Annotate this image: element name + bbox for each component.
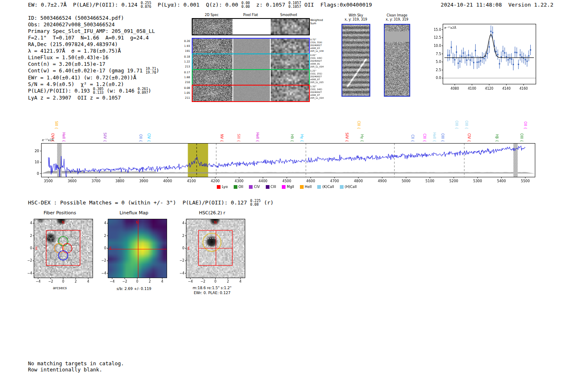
hsc-cutout-canvas [176, 217, 248, 285]
annotation-line: Sum [310, 22, 330, 25]
spec2d-row-canvas [192, 85, 310, 102]
legend-label: (K)CaII [322, 185, 334, 189]
legend-label: (H)CaII [345, 185, 357, 189]
info-line: Primary Spec_Slot_IFU_AMP: 205_091_058_L… [28, 28, 159, 35]
legend-item: CIV [249, 185, 260, 189]
info-line: F=2.1" T=0.107 N=1.66 A=0.91 g=24.4 [28, 35, 159, 41]
stacked-value: 0.2550.076 [141, 1, 151, 8]
text-segment: Obs: 20240627v008_5003466524 [28, 21, 115, 28]
legend-item: OII [234, 185, 244, 189]
annotation-line: 0.72" [310, 38, 330, 41]
stacked-lo: 0.08 [250, 203, 261, 206]
line-fit-chart-canvas [427, 21, 539, 94]
legend-swatch [217, 185, 221, 189]
annotation-line: Weighted [310, 19, 330, 22]
with-sky-title: With Sky [339, 14, 372, 17]
annotation-line: 1.32" [310, 85, 330, 88]
spec2d-left-weights: 0.181.22213 [180, 53, 190, 69]
annotation-line: 1.21" [310, 70, 330, 72]
text-segment: HSC-DEX : Possible Matches = 0 (within +… [28, 199, 250, 206]
spec2d-left-weights: 0.201.93191 [180, 38, 190, 53]
annotation-line: 20240627 [310, 91, 330, 94]
legend-item: (H)CaII [340, 185, 357, 189]
spec2d-row-canvas [192, 18, 310, 35]
info-line: EWr = 1.40(±0.41) (w: 0.72(±0.20))Å [28, 74, 159, 81]
stacked-value: 0.2250.08 [250, 199, 261, 206]
header-summary: EW: 0.7±2.7Å P(LAE)/P(OII): 0.124 0.2550… [28, 2, 372, 9]
elixer-detection-report: EW: 0.7±2.7Å P(LAE)/P(OII): 0.124 0.2550… [0, 0, 576, 392]
weight-value: 1.93 [180, 44, 190, 49]
annotation-line: v008_07 [310, 78, 330, 81]
fiber-positions-title: Fiber Positions [24, 210, 96, 216]
annotation-line: 20240627 [310, 75, 330, 78]
legend-item: Lyα [217, 185, 228, 189]
annotation-line: 20240627 [310, 60, 330, 63]
text-segment: LyA z = 2.3907 OII z = 0.1057 [28, 95, 121, 101]
weight-value: 0.18 [180, 54, 190, 59]
legend-label: OII [239, 185, 244, 189]
clean-image-title: Clean Image [381, 14, 413, 17]
text-segment: Cont(n) = 3.20(±0.15)e-17 [28, 61, 105, 67]
lineflux-map-title: Lineflux Map [98, 210, 170, 216]
footer-notes: No matching targets in catalog.Row inten… [28, 360, 124, 373]
legend-swatch [234, 185, 237, 189]
info-line: λ = 4121.97Å σ = 1.78(±0.75)Å [28, 48, 159, 54]
info-line: LineFlux = 1.50(±0.43)e-16 [28, 54, 159, 61]
text-segment: EW: 0.7±2.7Å P(LAE)/P(OII): 0.124 [28, 2, 141, 8]
stacked-lo: 0.00 [242, 5, 250, 9]
spec2d-right-annotation: 1.32"(322, 142)20240627v008_07205_LL_014 [310, 85, 330, 100]
footer-line: Row intentionally blank. [28, 366, 124, 373]
legend-item: HeII [300, 185, 312, 189]
legend-label: HeII [305, 185, 312, 189]
weight-value: 213 [180, 64, 190, 69]
lineflux-map-canvas [98, 217, 170, 285]
clean-image-coords: x, y: 319, 319 [381, 18, 413, 21]
spec2d-row-canvas [192, 38, 310, 55]
fiber-positions-canvas [24, 217, 96, 285]
text-segment: Cont(w) = 6.40(±0.02)e-17 (gmag 19.71 [28, 67, 146, 74]
weight-value: 1.22 [180, 59, 190, 64]
hsc-cutout-caption-2: EWr: 0. PLAE: 0.127 [176, 291, 248, 295]
text-segment: ) [148, 88, 151, 94]
hsc-cutout-caption-1: m:18.6 re:1.5" s:1.2" [176, 286, 248, 290]
weight-value: 1.05 [180, 90, 190, 95]
annotation-line: 205_LL_015 [310, 81, 330, 84]
text-segment: EWr = 1.40(±0.41) (w: 0.72(±0.20))Å [28, 74, 136, 81]
text-segment: P(LAE)/P(OII): 0.193 [28, 88, 93, 94]
spectrum-legend: LyαOIICIVCIIIMgIIHeII(K)CaII(H)CaII [23, 185, 550, 189]
info-line: Obs: 20240627v008_5003466524 [28, 21, 159, 28]
spec2d-right-annotation: WeightedSum [310, 19, 330, 25]
stacked-value: 0.2610.097 [137, 87, 148, 94]
info-line: Cont(w) = 6.40(±0.02)e-17 (gmag 19.71 19… [28, 67, 159, 74]
stacked-value: 0.000.00 [242, 1, 250, 8]
stacked-lo: 0.133 [93, 91, 104, 95]
legend-item: CIII [266, 185, 276, 189]
annotation-line: (322, 151) [310, 72, 330, 75]
text-segment: RA,Dec (215.097824,49.483974) [28, 41, 118, 47]
spec2d-row-canvas [192, 69, 310, 86]
hsc-cutout-title: HSC(26.2) r [176, 210, 248, 216]
spec2d-right-annotation: 1.21"(322, 151)20240627v008_07205_LL_015 [310, 70, 330, 84]
text-segment: Primary Spec_Slot_IFU_AMP: 205_091_058_L… [28, 28, 155, 34]
lineflux-map-caption: s/b: 2.69 +/- 0.119 [98, 287, 170, 291]
full-spectrum-chart-canvas [23, 112, 550, 185]
text-segment: S/N = 4.9(±0.5) χ² = 1.2(±0.2) [28, 81, 124, 87]
weight-value: 1.68 [180, 75, 190, 80]
legend-label: MgII [287, 185, 294, 189]
stacked-lo: 19.70 [146, 71, 156, 74]
legend-item: MgII [282, 185, 294, 189]
info-line: Cont(n) = 3.20(±0.15)e-17 [28, 61, 159, 67]
annotation-line: 205_LL_014 [310, 65, 330, 68]
text-segment: z: 0.1057 [250, 2, 288, 8]
text-segment: λ = 4121.97Å σ = 1.78(±0.75)Å [28, 48, 121, 54]
spec2d-col-header-smoothed: Smoothed [269, 13, 308, 17]
annotation-line: v008_01 [310, 63, 330, 65]
info-line: RA,Dec (215.097824,49.483974) [28, 41, 159, 48]
legend-label: CIII [271, 185, 276, 189]
weight-value: 211 [180, 95, 190, 100]
clean-image [384, 24, 410, 97]
legend-label: CIV [254, 185, 260, 189]
header-timestamp-version: 2024-10-21 11:48:08 Version 1.22.2 [411, 2, 553, 8]
spec2d-left-weights: 0.171.68210 [180, 69, 190, 85]
stacked-lo: 0.1057 [288, 5, 301, 9]
